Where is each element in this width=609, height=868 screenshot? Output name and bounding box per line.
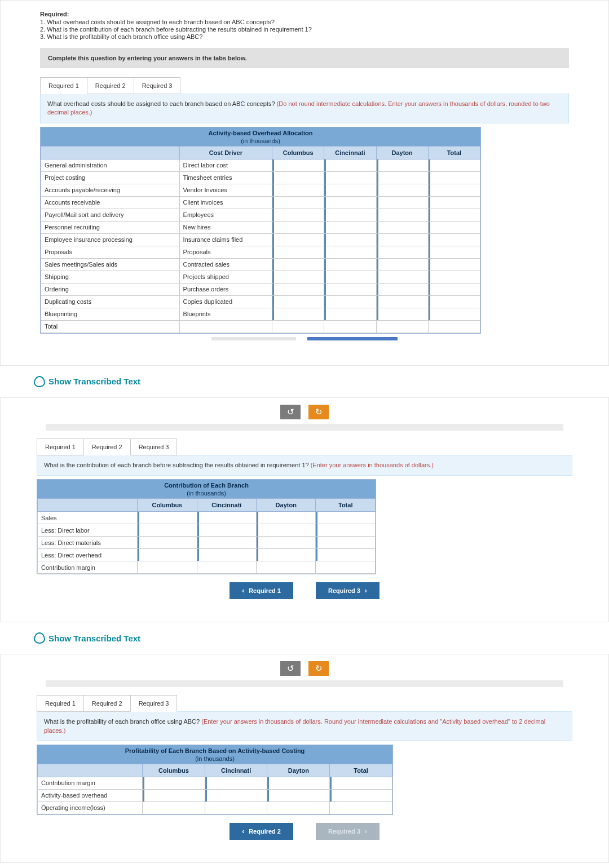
input-cell[interactable] [428,209,480,221]
input-cell[interactable] [324,171,376,184]
input-cell[interactable] [324,159,376,171]
input-cell[interactable] [324,184,376,196]
input-cell[interactable] [272,233,324,246]
input-cell[interactable] [272,171,324,184]
input-cell[interactable] [376,295,428,308]
input-cell[interactable] [257,524,316,537]
row-label: Blueprints [179,308,272,320]
input-cell[interactable] [324,283,376,295]
input-cell[interactable] [316,537,376,549]
tab-required-3[interactable]: Required 3 [130,695,178,712]
undo-button[interactable]: ↺ [280,405,301,419]
input-cell[interactable] [272,295,324,308]
next-button[interactable]: Required 3› [316,582,379,599]
input-cell[interactable] [428,283,480,295]
input-cell[interactable] [428,295,480,308]
show-transcribed-link[interactable]: Show Transcribed Text [0,366,609,397]
input-cell[interactable] [197,512,256,524]
input-cell[interactable] [376,283,428,295]
input-cell[interactable] [324,258,376,271]
input-cell[interactable] [428,171,480,184]
input-cell[interactable] [376,258,428,271]
input-cell[interactable] [324,233,376,246]
horizontal-scrollbar[interactable] [40,337,569,343]
input-cell[interactable] [197,537,256,549]
prev-button[interactable]: ‹Required 1 [230,582,293,599]
input-cell[interactable] [330,777,392,789]
tab-required-3[interactable]: Required 3 [130,439,178,455]
input-cell[interactable] [272,196,324,209]
input-cell[interactable] [272,184,324,196]
input-cell[interactable] [138,549,197,561]
input-cell[interactable] [376,196,428,209]
tab-required-1[interactable]: Required 1 [40,77,87,94]
input-cell[interactable] [205,777,267,789]
input-cell[interactable] [324,246,376,258]
input-cell[interactable] [376,159,428,171]
input-cell[interactable] [376,308,428,320]
input-cell[interactable] [197,524,256,537]
input-cell[interactable] [376,246,428,258]
input-cell[interactable] [428,271,480,283]
tab-required-1[interactable]: Required 1 [37,695,84,712]
undo-button[interactable]: ↺ [280,661,301,676]
input-cell[interactable] [324,295,376,308]
input-cell[interactable] [316,512,376,524]
input-cell[interactable] [272,308,324,320]
input-cell[interactable] [428,258,480,271]
tab-required-2[interactable]: Required 2 [83,695,131,712]
input-cell[interactable] [272,258,324,271]
input-cell[interactable] [316,549,376,561]
show-transcribed-link[interactable]: Show Transcribed Text [0,622,609,654]
input-cell[interactable] [376,184,428,196]
redo-button[interactable]: ↻ [308,661,329,676]
redo-button[interactable]: ↻ [308,405,329,419]
input-cell[interactable] [143,777,205,789]
input-cell[interactable] [257,537,316,549]
input-cell[interactable] [428,308,480,320]
input-cell[interactable] [138,537,197,549]
input-cell[interactable] [272,271,324,283]
input-cell[interactable] [428,246,480,258]
input-cell[interactable] [257,549,316,561]
input-cell[interactable] [324,271,376,283]
input-cell[interactable] [376,209,428,221]
input-cell[interactable] [138,512,197,524]
redo-icon: ↻ [315,407,323,417]
table-title: Contribution of Each Branch [37,480,376,490]
input-cell[interactable] [272,221,324,233]
total-cell [138,561,197,574]
tab-required-1[interactable]: Required 1 [37,439,84,455]
input-cell[interactable] [324,308,376,320]
input-cell[interactable] [257,512,316,524]
input-cell[interactable] [267,777,330,789]
input-cell[interactable] [205,789,267,801]
input-cell[interactable] [138,524,197,537]
input-cell[interactable] [376,233,428,246]
input-cell[interactable] [428,233,480,246]
input-cell[interactable] [428,159,480,171]
tab-required-2[interactable]: Required 2 [87,77,134,94]
input-cell[interactable] [272,209,324,221]
input-cell[interactable] [330,789,392,801]
input-cell[interactable] [324,196,376,209]
input-cell[interactable] [324,209,376,221]
input-cell[interactable] [272,159,324,171]
input-cell[interactable] [376,171,428,184]
prev-button[interactable]: ‹Required 2 [230,823,293,840]
table-row: Accounts receivableClient invoices [41,196,480,209]
tab-required-3[interactable]: Required 3 [134,77,181,94]
input-cell[interactable] [197,549,256,561]
input-cell[interactable] [376,221,428,233]
input-cell[interactable] [428,196,480,209]
input-cell[interactable] [428,184,480,196]
input-cell[interactable] [324,221,376,233]
input-cell[interactable] [376,271,428,283]
input-cell[interactable] [267,789,330,801]
input-cell[interactable] [272,246,324,258]
tab-required-2[interactable]: Required 2 [83,439,131,455]
input-cell[interactable] [143,789,205,801]
input-cell[interactable] [428,221,480,233]
input-cell[interactable] [272,283,324,295]
input-cell[interactable] [316,524,376,537]
